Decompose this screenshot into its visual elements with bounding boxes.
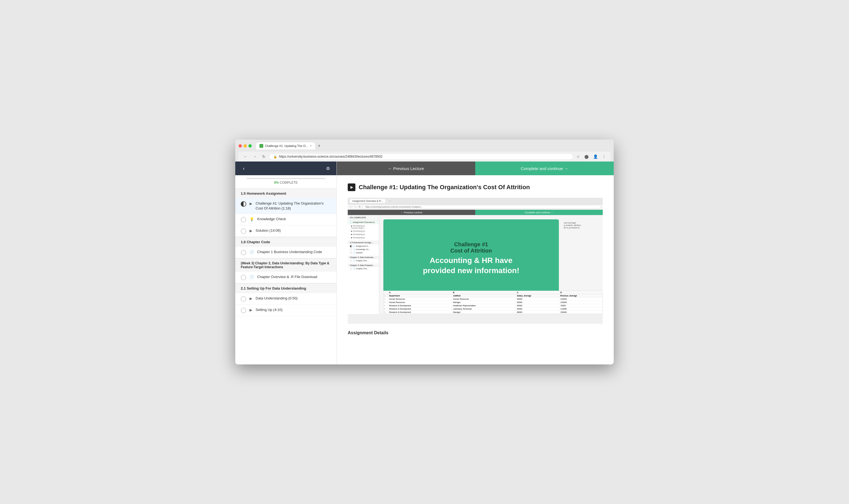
sidebar-item-knowledge-check[interactable]: 💡 Knowledge Check — [235, 214, 337, 226]
profile-icon[interactable]: 👤 — [592, 153, 599, 160]
sidebar-item-text-knowledge-check: Knowledge Check — [257, 217, 286, 221]
section-header-2-1: 2.1 Setting Up For Data Understanding — [235, 283, 337, 293]
table-row-6-revenue: 158400 — [559, 311, 602, 314]
preview-sidebar-item-handling: ▶ Developing pl... — [348, 230, 379, 233]
close-traffic-light[interactable] — [239, 144, 242, 147]
prev-lecture-button[interactable]: ← Previous Lecture — [337, 162, 475, 175]
challenge-overlay-body: Accounting & HR haveprovided new informa… — [423, 255, 519, 275]
sidebar-top-bar: ‹ ⚙ — [235, 162, 337, 175]
table-row-3-dept: Human Resources — [388, 301, 452, 304]
circle-icon-knowledge-check — [241, 217, 246, 222]
preview-nav-reload: ↻ — [359, 206, 361, 208]
preview-sidebar-header-homework: 1.5 Homework Assign... — [348, 240, 379, 245]
progress-complete-label: COMPLETE — [280, 181, 298, 184]
table-row-2-salary: 65000 — [516, 298, 559, 301]
sidebar-back-button[interactable]: ‹ — [240, 164, 248, 173]
preview-table-col-b: B — [452, 291, 516, 294]
address-bar[interactable]: 🔒 https://university.business-science.io… — [269, 153, 573, 160]
title-play-icon: ▶ — [348, 183, 356, 191]
circle-icon-chapter-overview — [241, 275, 246, 280]
app-layout: ‹ ⚙ 0% COMPLETE 1.5 Homework Assignment — [235, 162, 614, 364]
table-row-3-salary: 85000 — [516, 301, 559, 304]
bookmark-icon[interactable]: ☆ — [575, 153, 581, 160]
maximize-traffic-light[interactable] — [249, 144, 252, 147]
section-header-1-5: 1.5 Homework Assignment — [235, 188, 337, 198]
preview-table: A B C D 1 Department JobRole Salary_Aver — [383, 291, 603, 314]
preview-table-hcol-dept: Department — [388, 294, 452, 297]
table-row-4-num: 4 — [384, 304, 388, 307]
preview-prev-lecture: ← Previous Lecture — [348, 210, 475, 215]
lock-icon: 🔒 — [273, 155, 277, 159]
sidebar-item-chapter-overview[interactable]: 📄 Chapter Overview & .R File Download — [235, 272, 337, 283]
back-button[interactable]: ← — [242, 154, 249, 160]
extensions-icon[interactable]: ⬤ — [583, 153, 590, 160]
table-row-6-num: 6 — [384, 311, 388, 314]
doc-icon-chapter-overview: 📄 — [250, 275, 254, 279]
browser-window: Challenge #1: Updating The O... × + ← → … — [235, 140, 614, 364]
preview-browser-chrome: Assignment Overview & Fi... + — [348, 198, 603, 204]
video-icon-challenge1: ▶ — [250, 201, 252, 206]
tab-title: Challenge #1: Updating The O... — [265, 144, 308, 147]
doc-icon-chapter1-code: 📄 — [250, 250, 254, 254]
preview-sidebar-header-assignment: 0% COMPLETE — [348, 215, 379, 220]
sidebar-progress-label: 0% COMPLETE — [241, 179, 331, 188]
circle-icon-solution — [241, 229, 246, 234]
preview-sidebar-header-ch3: Chapter 3: Data Preparat... — [348, 264, 379, 267]
preview-sidebar-item-solution: 📄 Solution — [348, 251, 379, 254]
forward-button[interactable]: → — [251, 154, 258, 160]
table-row-2-dept: Human Resources — [388, 298, 452, 301]
active-browser-tab[interactable]: Challenge #1: Updating The O... × — [256, 142, 315, 149]
tab-close-icon[interactable]: × — [310, 144, 312, 148]
page-title: Challenge #1: Updating The Organization'… — [359, 184, 530, 191]
new-tab-button[interactable]: + — [315, 143, 323, 149]
sidebar-item-text-chapter1-code: Chapter 1 Business Understanding Code — [257, 250, 322, 254]
sidebar-item-text-challenge1: Challenge #1: Updating The Organization'… — [256, 201, 331, 211]
sidebar-item-text-setting-up: Setting Up (4:10) — [256, 307, 283, 312]
table-row-2-role: Human Resources — [452, 298, 516, 301]
content-preview: Assignment Overview & Fi... + ← → ↻ http… — [348, 198, 603, 324]
preview-sidebar-header-ch2: Chapter 2: Data Understa... — [348, 255, 379, 259]
challenge-overlay: Challenge #1Cost of Attrition Accounting… — [383, 219, 559, 298]
preview-sidebar-item-assignment-overview: 📄 Assignment Overview & — [348, 220, 379, 224]
progress-pct: 0% — [274, 181, 278, 184]
browser-chrome: Challenge #1: Updating The O... × + ← → … — [235, 140, 614, 162]
reload-button[interactable]: ↻ — [260, 154, 267, 160]
table-row-4-salary: 65000 — [516, 304, 559, 307]
sidebar-item-chapter1-code[interactable]: 📄 Chapter 1 Business Understanding Code — [235, 247, 337, 258]
browser-actions: ☆ ⬤ 👤 ⋮ — [575, 153, 607, 160]
preview-sidebar-item-ch3-overview: 📄 Chapter Ove... — [348, 267, 379, 270]
preview-sidebar-item-developing-function: ▶ Developing pl...Function Setup (... — [348, 224, 379, 230]
tab-bar: Challenge #1: Updating The O... × + — [256, 142, 610, 149]
preview-sidebar-item-data-manip: ▶ Developing pl... — [348, 233, 379, 236]
preview-table-header-row-num: 1 — [384, 294, 388, 297]
table-row-5-role: Laboratory Technician — [452, 307, 516, 310]
main-content: ← Previous Lecture Complete and continue… — [337, 162, 614, 364]
preview-table-col-d: D — [559, 291, 602, 294]
table-row-5-num: 5 — [384, 307, 388, 310]
url-text: https://university.business-science.io/c… — [279, 155, 382, 159]
tab-favicon — [259, 144, 263, 148]
bulb-icon-knowledge-check: 💡 — [250, 217, 254, 221]
preview-sidebar-item-assignment-o: 📄 Assignment O... — [348, 245, 379, 248]
top-nav: ← Previous Lecture Complete and continue… — [337, 162, 614, 175]
preview-table-hcol-jobrole: JobRole — [452, 294, 516, 297]
sidebar: ‹ ⚙ 0% COMPLETE 1.5 Homework Assignment — [235, 162, 337, 364]
sidebar-item-challenge1[interactable]: ▶ Challenge #1: Updating The Organizatio… — [235, 198, 337, 214]
sidebar-item-solution[interactable]: ▶ Solution (14:09) — [235, 226, 337, 237]
section-header-week3: (Week 3) Chapter 2, Data Understanding: … — [235, 258, 337, 272]
table-row-3-revenue: 153000 — [559, 301, 602, 304]
circle-icon-challenge1 — [241, 201, 246, 207]
challenge-overlay-title: Challenge #1Cost of Attrition — [450, 241, 492, 254]
menu-icon[interactable]: ⋮ — [601, 153, 607, 160]
preview-sidebar-item-knowledge-ch: 📄 Knowledge Ch... — [348, 248, 379, 251]
sidebar-item-data-understanding[interactable]: ▶ Data Understanding (0:50) — [235, 293, 337, 305]
video-icon-setting-up: ▶ — [250, 308, 252, 312]
preview-right-info: and average g realistic attrition tel is… — [562, 219, 603, 231]
minimize-traffic-light[interactable] — [243, 144, 247, 147]
sidebar-item-setting-up[interactable]: ▶ Setting Up (4:10) — [235, 305, 337, 316]
complete-continue-button[interactable]: Complete and continue → — [475, 162, 614, 175]
preview-sidebar-item-viz: ▶ Developing pl... — [348, 236, 379, 239]
browser-controls: Challenge #1: Updating The O... × + — [239, 142, 610, 149]
sidebar-gear-button[interactable]: ⚙ — [324, 164, 332, 173]
section-header-1-6: 1.6 Chapter Code — [235, 237, 337, 247]
